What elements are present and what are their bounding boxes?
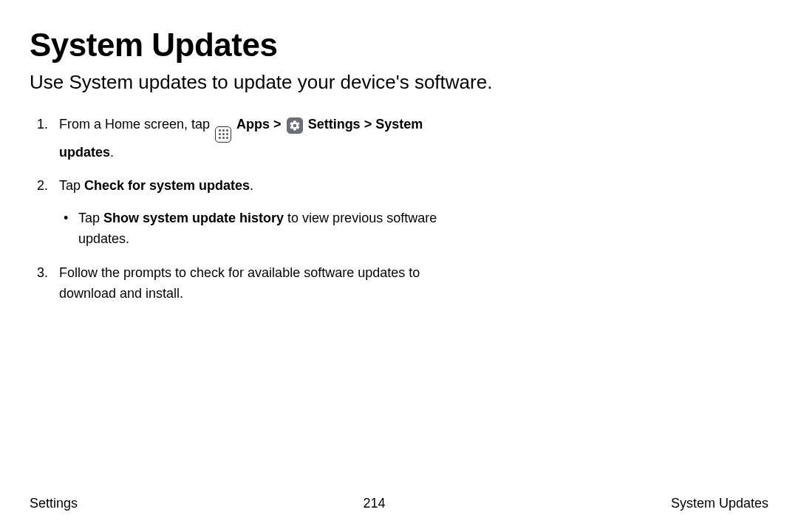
footer-left: Settings bbox=[30, 496, 78, 511]
step-1-text-a: From a Home screen, tap bbox=[59, 117, 214, 132]
step-2-bullet: Tap Show system update history to view p… bbox=[59, 208, 458, 250]
footer-right: System Updates bbox=[671, 496, 768, 511]
page-footer: Settings 214 System Updates bbox=[30, 496, 768, 511]
page-title: System Updates bbox=[30, 27, 768, 64]
bullet-text-a: Tap bbox=[78, 211, 103, 225]
show-history-label: Show system update history bbox=[103, 211, 284, 225]
settings-label: Settings bbox=[308, 117, 361, 132]
step-2-end: . bbox=[250, 178, 253, 193]
step-3: Follow the prompts to check for availabl… bbox=[30, 263, 458, 304]
instruction-list: From a Home screen, tap Apps > Settings … bbox=[30, 115, 458, 304]
footer-page-number: 214 bbox=[363, 496, 385, 511]
step-1: From a Home screen, tap Apps > Settings … bbox=[30, 115, 458, 163]
page-subtitle: Use System updates to update your device… bbox=[30, 71, 768, 94]
step-2: Tap Check for system updates. Tap Show s… bbox=[30, 176, 458, 250]
apps-label: Apps bbox=[236, 117, 270, 132]
step-2-sublist: Tap Show system update history to view p… bbox=[59, 208, 458, 250]
settings-icon bbox=[287, 117, 303, 134]
apps-icon bbox=[215, 126, 231, 143]
step-2-text-a: Tap bbox=[59, 178, 84, 193]
sep-1: > bbox=[270, 117, 285, 132]
sep-2: > bbox=[361, 117, 376, 132]
check-updates-label: Check for system updates bbox=[84, 178, 250, 193]
step-1-end: . bbox=[110, 145, 114, 160]
